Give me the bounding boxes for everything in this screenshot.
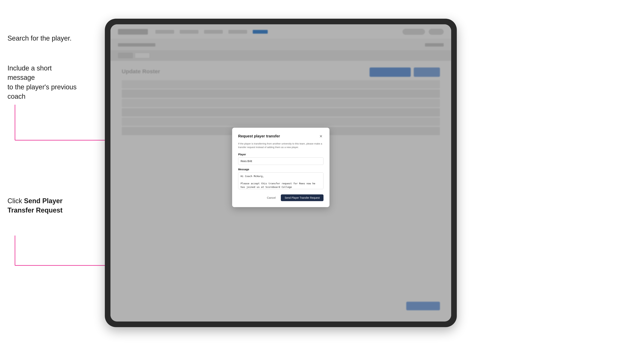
step2-line1: Include a short message [8, 64, 52, 81]
modal-overlay: Request player transfer ✕ If the player … [110, 24, 451, 322]
tablet-frame: Update Roster [105, 19, 457, 327]
step2-line3: coach [8, 93, 26, 100]
player-label: Player [238, 153, 324, 156]
modal-footer: Cancel Send Player Transfer Request [238, 194, 324, 201]
step2-text: Include a short message to the player's … [8, 64, 79, 101]
message-label: Message [238, 168, 324, 171]
modal-description: If the player is transferring from anoth… [238, 142, 324, 149]
tablet-screen: Update Roster [110, 24, 451, 322]
message-textarea[interactable]: Hi Coach McHarg, Please accept this tran… [238, 172, 324, 189]
annotation-area: Search for the player. Include a short m… [0, 0, 116, 346]
step3-text: Click Send Player Transfer Request [8, 196, 79, 215]
cancel-button[interactable]: Cancel [264, 194, 279, 201]
modal-title: Request player transfer [238, 134, 280, 138]
tablet-device: Update Roster [105, 19, 457, 327]
modal-header: Request player transfer ✕ [238, 134, 324, 139]
player-input[interactable] [238, 157, 324, 165]
step1-text: Search for the player. [8, 34, 72, 43]
step3-prefix: Click [8, 197, 24, 205]
send-transfer-request-button[interactable]: Send Player Transfer Request [281, 194, 324, 201]
transfer-request-modal: Request player transfer ✕ If the player … [232, 128, 330, 207]
modal-close-button[interactable]: ✕ [318, 134, 324, 139]
step2-line2: to the player's previous [8, 83, 76, 91]
